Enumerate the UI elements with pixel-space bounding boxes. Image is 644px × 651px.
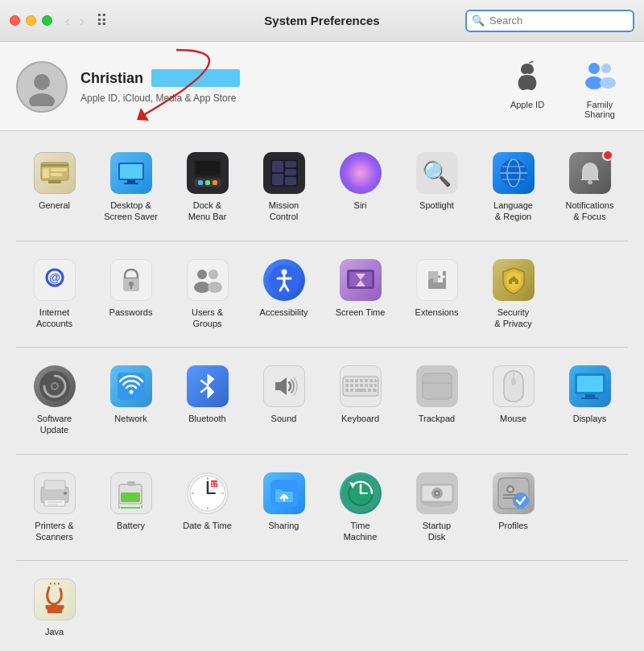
svg-rect-71 — [355, 384, 358, 387]
passwords-icon — [109, 258, 154, 303]
svg-rect-87 — [585, 394, 595, 398]
java-label: Java — [45, 626, 64, 637]
svg-point-94 — [64, 492, 67, 495]
window-title: System Preferences — [264, 14, 379, 27]
screentime-icon — [338, 258, 383, 303]
pref-item-sound[interactable]: Sound — [246, 357, 322, 444]
pref-item-mission[interactable]: MissionControl — [246, 144, 322, 231]
pref-item-sharing[interactable]: Sharing — [246, 464, 322, 551]
battery-icon — [109, 471, 154, 516]
traffic-lights — [10, 15, 52, 26]
pref-item-extensions[interactable]: Extensions — [398, 251, 475, 338]
svg-rect-130 — [503, 494, 518, 496]
svg-rect-73 — [365, 384, 368, 387]
pref-item-dock[interactable]: Dock &Menu Bar — [169, 144, 246, 231]
family-sharing-icon — [579, 55, 621, 97]
pref-item-spotlight[interactable]: 🔍 Spotlight — [398, 144, 475, 231]
svg-rect-81 — [423, 373, 452, 399]
pref-item-timemachine[interactable]: TimeMachine — [322, 464, 398, 551]
apple-id-button[interactable]: Apple ID — [499, 55, 555, 109]
pref-item-language[interactable]: Language& Region — [475, 144, 551, 231]
pref-item-security[interactable]: Security& Privacy — [475, 251, 551, 338]
pref-item-datetime[interactable]: 17 Date & Time — [169, 464, 246, 551]
svg-point-1 — [34, 74, 50, 90]
svg-rect-25 — [285, 161, 296, 167]
svg-point-5 — [601, 64, 611, 73]
pref-item-bluetooth[interactable]: Bluetooth — [169, 357, 246, 444]
svg-point-40 — [197, 270, 207, 279]
pref-item-users[interactable]: Users &Groups — [169, 251, 246, 338]
svg-rect-101 — [121, 492, 140, 502]
user-subtitle: Apple ID, iCloud, Media & App Store — [80, 93, 236, 104]
printers-label: Printers &Scanners — [35, 520, 73, 543]
svg-point-59 — [129, 390, 133, 394]
pref-item-profiles[interactable]: Profiles — [475, 464, 551, 551]
back-button[interactable]: ‹ — [62, 12, 73, 30]
svg-rect-22 — [213, 180, 217, 185]
svg-rect-20 — [198, 180, 203, 185]
svg-rect-28 — [285, 177, 296, 185]
pref-item-notifications[interactable]: Notifications& Focus — [551, 144, 628, 231]
user-info: Christian Apple ID, iCloud, Media & App … — [80, 69, 499, 105]
svg-rect-78 — [355, 389, 366, 392]
pref-grid-row5: Java — [16, 571, 628, 645]
pref-item-network[interactable]: Network — [93, 357, 169, 444]
maximize-button[interactable] — [42, 15, 52, 26]
forward-button[interactable]: › — [76, 12, 88, 30]
pref-item-siri[interactable]: Siri — [322, 144, 398, 231]
pref-item-screentime[interactable]: Screen Time — [322, 251, 398, 338]
account-icons: Apple ID Family Sharing — [499, 55, 628, 119]
svg-rect-65 — [360, 379, 363, 382]
pref-item-mouse[interactable]: Mouse — [475, 357, 551, 444]
pref-spacer-row2 — [551, 251, 628, 338]
pref-item-internet[interactable]: @ InternetAccounts — [16, 251, 93, 338]
svg-rect-68 — [374, 379, 377, 382]
minimize-button[interactable] — [26, 15, 36, 26]
profiles-label: Profiles — [498, 520, 528, 531]
sound-label: Sound — [271, 413, 297, 424]
timemachine-icon — [338, 471, 383, 516]
pref-item-software[interactable]: SoftwareUpdate — [16, 357, 93, 444]
family-sharing-button[interactable]: Family Sharing — [572, 55, 628, 119]
pref-item-printers[interactable]: Printers &Scanners — [16, 464, 93, 551]
pref-grid-row4: Printers &Scanners — [16, 464, 628, 551]
grid-button[interactable]: ⠿ — [96, 11, 108, 31]
network-label: Network — [114, 413, 147, 424]
apple-id-label: Apple ID — [510, 100, 544, 109]
pref-item-passwords[interactable]: Passwords — [93, 251, 169, 338]
svg-rect-21 — [205, 180, 210, 185]
svg-rect-79 — [368, 389, 371, 392]
extensions-icon — [415, 258, 460, 303]
svg-rect-92 — [47, 501, 62, 503]
svg-rect-15 — [127, 180, 135, 183]
trackpad-label: Trackpad — [419, 413, 455, 424]
user-section: Christian Apple ID, iCloud, Media & App … — [0, 42, 644, 131]
svg-rect-16 — [124, 183, 138, 184]
pref-item-desktop[interactable]: Desktop &Screen Saver — [93, 144, 169, 231]
pref-item-startup[interactable]: StartupDisk — [398, 464, 475, 551]
datetime-icon: 17 — [185, 471, 230, 516]
datetime-label: Date & Time — [183, 520, 232, 531]
general-label: General — [39, 200, 70, 211]
internet-icon: @ — [32, 258, 77, 303]
svg-point-45 — [281, 269, 287, 274]
svg-rect-77 — [350, 389, 353, 392]
pref-item-general[interactable]: General — [16, 144, 93, 231]
pref-item-accessibility[interactable]: Accessibility — [246, 251, 322, 338]
pref-item-keyboard[interactable]: Keyboard — [322, 357, 398, 444]
desktop-icon — [109, 150, 154, 196]
svg-rect-12 — [48, 180, 61, 183]
keyboard-icon — [338, 364, 383, 409]
svg-rect-62 — [345, 379, 349, 382]
family-sharing-label: Family Sharing — [572, 100, 628, 119]
svg-rect-18 — [196, 161, 220, 175]
pref-item-battery[interactable]: Battery — [93, 464, 169, 551]
divider-1 — [16, 241, 628, 241]
pref-item-java[interactable]: Java — [16, 571, 93, 645]
search-input[interactable] — [465, 10, 634, 32]
pref-item-displays[interactable]: Displays — [551, 357, 628, 444]
pref-item-trackpad[interactable]: Trackpad — [398, 357, 475, 444]
avatar[interactable] — [16, 61, 68, 113]
svg-rect-26 — [285, 169, 296, 175]
close-button[interactable] — [10, 15, 20, 26]
